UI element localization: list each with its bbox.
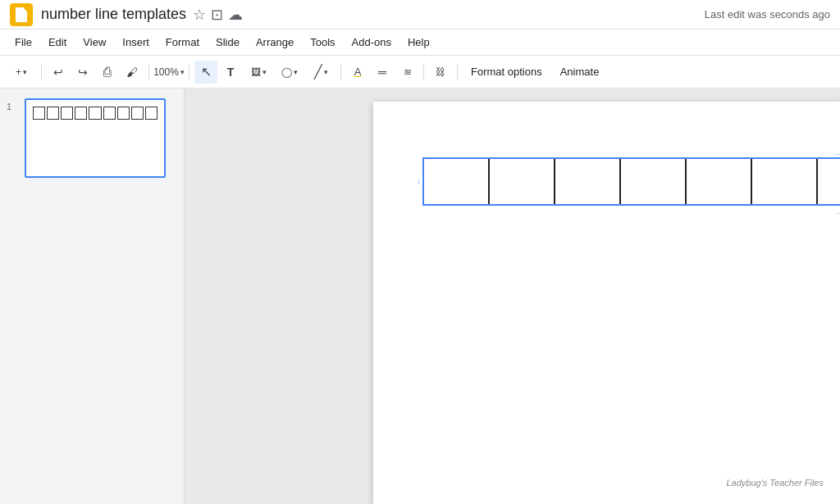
zoom-level: 100% xyxy=(153,66,179,78)
select-tool-button[interactable]: ↖ xyxy=(194,61,217,84)
thumb-cell-9 xyxy=(145,107,158,120)
plus-icon: + xyxy=(16,66,21,78)
thumb-cell-1 xyxy=(33,107,45,120)
main-area: 1 ⁝ xyxy=(0,89,840,504)
thumb-cell-5 xyxy=(89,107,101,120)
redo-button[interactable]: ↪ xyxy=(71,61,94,84)
shape-icon: ◯ xyxy=(281,66,292,78)
link-button[interactable]: ⛓ xyxy=(429,61,452,84)
menu-format[interactable]: Format xyxy=(158,33,208,52)
menu-bar: File Edit View Insert Format Slide Arran… xyxy=(0,30,840,56)
border-color-button[interactable]: ═ xyxy=(371,61,394,84)
menu-slide[interactable]: Slide xyxy=(208,33,248,52)
image-icon: 🖼 xyxy=(251,66,261,78)
thumb-cell-2 xyxy=(47,107,59,120)
animate-button[interactable]: Animate xyxy=(552,62,608,81)
separator-4 xyxy=(340,64,341,80)
menu-help[interactable]: Help xyxy=(399,33,438,52)
nl-cell-2 xyxy=(490,159,555,204)
separator-5 xyxy=(423,64,424,80)
menu-edit[interactable]: Edit xyxy=(40,33,75,52)
paint-format-button[interactable]: 🖌 xyxy=(121,61,144,84)
star-icon[interactable]: ☆ xyxy=(193,6,206,24)
line-arrow: ▾ xyxy=(324,68,328,76)
nl-cell-6 xyxy=(752,159,818,204)
thumb-cell-8 xyxy=(131,107,144,120)
nl-cell-1 xyxy=(424,159,490,204)
slide-1-container: 1 xyxy=(7,98,177,178)
nl-cell-5 xyxy=(687,159,752,204)
separator-2 xyxy=(148,64,149,80)
print-button[interactable]: ⎙ xyxy=(96,61,119,84)
text-box-button[interactable]: T xyxy=(219,61,242,84)
number-line-table[interactable]: ⁝ xyxy=(422,157,840,206)
number-line-container[interactable]: ⁝ xyxy=(422,157,840,206)
shape-arrow: ▾ xyxy=(294,68,298,76)
cloud-icon[interactable]: ☁ xyxy=(228,6,243,24)
app-icon-inner xyxy=(16,7,27,22)
doc-title[interactable]: number line templates xyxy=(41,6,186,23)
slide-1-thumbnail[interactable] xyxy=(25,98,166,178)
app-icon xyxy=(10,3,33,26)
separator-3 xyxy=(189,64,189,80)
image-arrow: ▾ xyxy=(262,68,267,76)
menu-tools[interactable]: Tools xyxy=(302,33,343,52)
last-edit-label: Last edit was seconds ago xyxy=(705,8,830,20)
fill-color-button[interactable]: A xyxy=(346,61,369,84)
shape-button[interactable]: ◯ ▾ xyxy=(275,61,304,84)
attribution-label: Ladybug's Teacher Files xyxy=(727,478,824,488)
slide-1-number: 1 xyxy=(7,102,18,111)
slide-canvas: ⁝ Ladybug's Teacher Files xyxy=(373,102,840,504)
word-art-button[interactable]: ≋ xyxy=(395,61,418,84)
menu-addons[interactable]: Add-ons xyxy=(344,33,399,52)
undo-button[interactable]: ↩ xyxy=(47,61,70,84)
menu-file[interactable]: File xyxy=(7,33,40,52)
nl-cell-4 xyxy=(621,159,687,204)
add-button[interactable]: + ▾ xyxy=(7,61,36,84)
nl-left-handle: ⁝ xyxy=(418,178,420,186)
zoom-dropdown[interactable]: 100% ▾ xyxy=(154,61,184,84)
title-bar: number line templates ☆ ⊡ ☁ Last edit wa… xyxy=(0,0,840,30)
format-options-button[interactable]: Format options xyxy=(463,62,550,81)
toolbar: + ▾ ↩ ↪ ⎙ 🖌 100% ▾ ↖ T 🖼 ▾ ◯ ▾ ╱ ▾ A ═ ≋… xyxy=(0,56,840,89)
line-button[interactable]: ╱ ▾ xyxy=(306,61,336,84)
menu-arrange[interactable]: Arrange xyxy=(248,33,302,52)
menu-view[interactable]: View xyxy=(75,33,114,52)
canvas-area: ⁝ Ladybug's Teacher Files xyxy=(185,89,840,504)
drive-icon[interactable]: ⊡ xyxy=(211,6,223,24)
add-dropdown-arrow: ▾ xyxy=(23,68,27,76)
slide-panel: 1 xyxy=(0,89,185,504)
menu-insert[interactable]: Insert xyxy=(114,33,158,52)
slide-thumb-content xyxy=(33,107,158,120)
zoom-arrow: ▾ xyxy=(180,68,185,76)
nl-cell-3 xyxy=(555,159,621,204)
image-button[interactable]: 🖼 ▾ xyxy=(244,61,273,84)
thumb-cell-7 xyxy=(117,107,130,120)
thumb-cell-4 xyxy=(75,107,87,120)
thumb-cell-6 xyxy=(103,107,116,120)
separator-1 xyxy=(41,64,42,80)
thumb-cell-3 xyxy=(61,107,73,120)
line-icon: ╱ xyxy=(314,64,322,79)
nl-cell-7 xyxy=(818,159,840,204)
separator-6 xyxy=(457,64,458,80)
